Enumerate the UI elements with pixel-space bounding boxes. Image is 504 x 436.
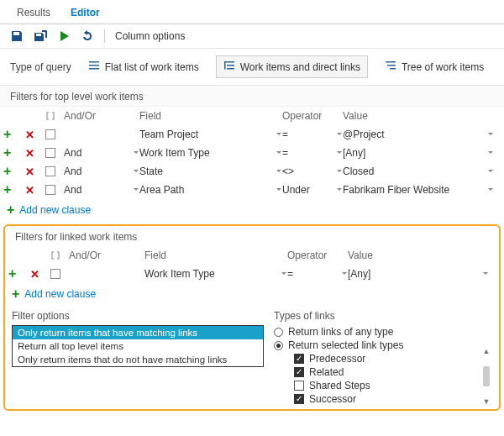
svg-rect-1 (89, 65, 99, 66)
checkbox-icon[interactable] (294, 367, 304, 377)
clause-row: +✕AndState<>Closed (0, 162, 504, 181)
value-dropdown[interactable]: [Any] (348, 268, 482, 280)
col-value-linked: Value (348, 250, 482, 261)
col-andor-linked: And/Or (69, 250, 144, 261)
delete-clause-icon[interactable]: ✕ (25, 129, 34, 141)
svg-rect-0 (89, 61, 99, 63)
filters-top-grid: And/Or Field Operator Value +✕Team Proje… (0, 107, 504, 223)
clause-checkbox[interactable] (45, 129, 55, 139)
filter-option-item[interactable]: Only return items that have matching lin… (13, 326, 263, 339)
insert-clause-icon[interactable]: + (3, 145, 11, 160)
value-dropdown[interactable]: Fabrikam Fiber Website (343, 184, 487, 196)
svg-rect-5 (227, 68, 234, 70)
operator-dropdown[interactable]: = (282, 129, 343, 140)
insert-clause-icon[interactable]: + (3, 127, 11, 142)
query-type-flat[interactable]: Flat list of work items (81, 56, 206, 77)
links-any-radio[interactable]: Return links of any type (274, 325, 492, 339)
save-copy-icon[interactable] (34, 29, 47, 43)
clause-row: +✕AndArea PathUnderFabrikam Fiber Websit… (0, 181, 504, 199)
clause-checkbox[interactable] (45, 166, 55, 176)
query-type-tree[interactable]: Tree of work items (378, 56, 491, 77)
clause-checkbox[interactable] (50, 269, 60, 279)
svg-rect-7 (386, 61, 396, 63)
radio-icon (274, 341, 283, 350)
add-clause-linked[interactable]: Add new clause (24, 288, 96, 300)
checkbox-icon[interactable] (294, 394, 304, 404)
link-type-item[interactable]: Successor (294, 392, 492, 406)
operator-dropdown[interactable]: Under (282, 184, 343, 196)
col-operator: Operator (282, 110, 343, 122)
field-dropdown[interactable]: Work Item Type (144, 268, 287, 280)
svg-rect-8 (387, 65, 396, 66)
checkbox-icon[interactable] (294, 381, 304, 391)
flat-list-icon (88, 60, 100, 74)
filters-linked-header: Filters for linked work items (5, 226, 499, 246)
value-dropdown[interactable]: @Project (343, 129, 487, 140)
value-dropdown[interactable]: Closed (343, 165, 487, 177)
clause-checkbox[interactable] (45, 148, 55, 158)
toolbar-divider (104, 29, 105, 43)
link-types-scrollbar[interactable]: ▲ ▼ (480, 347, 492, 406)
links-any-label: Return links of any type (288, 326, 393, 338)
operator-dropdown[interactable]: = (287, 268, 348, 280)
group-icon (45, 112, 64, 120)
insert-clause-icon[interactable]: + (8, 266, 16, 281)
filters-top-header: Filters for top level work items (0, 86, 504, 107)
value-dropdown[interactable]: [Any] (343, 147, 487, 159)
query-type-tree-label: Tree of work items (402, 61, 484, 73)
add-clause-linked-icon[interactable]: + (12, 286, 19, 302)
tab-editor[interactable]: Editor (60, 0, 110, 24)
query-type-flat-label: Flat list of work items (105, 61, 199, 73)
query-type-direct-label: Work items and direct links (240, 61, 360, 73)
andor-dropdown[interactable]: And (64, 165, 139, 177)
delete-clause-icon[interactable]: ✕ (25, 147, 34, 160)
filter-option-item[interactable]: Only return items that do not have match… (13, 353, 263, 366)
andor-dropdown[interactable]: And (64, 184, 139, 196)
revert-icon[interactable] (81, 29, 94, 43)
field-dropdown[interactable]: Work Item Type (139, 147, 282, 159)
insert-clause-icon[interactable]: + (3, 182, 11, 197)
insert-clause-icon[interactable]: + (3, 164, 11, 179)
delete-clause-icon[interactable]: ✕ (25, 165, 34, 178)
filters-linked-grid: And/Or Field Operator Value +✕Work Item … (5, 246, 499, 307)
delete-clause-icon[interactable]: ✕ (25, 184, 34, 197)
filter-options-listbox[interactable]: Only return items that have matching lin… (12, 325, 264, 367)
scroll-thumb[interactable] (483, 366, 490, 386)
clause-checkbox[interactable] (45, 185, 55, 195)
filters-top-head: And/Or Field Operator Value (0, 107, 504, 125)
link-type-label: Shared Steps (309, 380, 370, 391)
tree-icon (385, 60, 396, 74)
col-operator-linked: Operator (287, 250, 348, 261)
field-dropdown[interactable]: Area Path (139, 184, 282, 196)
query-type-row: Type of query Flat list of work items Wo… (0, 49, 504, 86)
add-clause-top[interactable]: Add new clause (19, 204, 91, 216)
link-type-label: Related (309, 366, 344, 378)
col-andor: And/Or (64, 110, 139, 122)
save-icon[interactable] (10, 29, 24, 43)
operator-dropdown[interactable]: = (282, 147, 343, 159)
svg-rect-4 (227, 65, 234, 66)
query-type-direct[interactable]: Work items and direct links (216, 55, 368, 78)
run-icon[interactable] (57, 29, 71, 43)
links-selected-radio[interactable]: Return selected link types (274, 339, 492, 352)
link-type-item[interactable]: Shared Steps (294, 379, 492, 392)
clause-row: +✕Work Item Type=[Any] (5, 265, 499, 283)
delete-clause-icon[interactable]: ✕ (30, 268, 39, 281)
scroll-up-icon[interactable]: ▲ (483, 347, 491, 355)
link-type-item[interactable]: Predecessor (294, 352, 492, 365)
tab-results[interactable]: Results (7, 0, 60, 24)
filter-options-header: Filter options (12, 310, 264, 322)
field-dropdown[interactable]: Team Project (139, 129, 282, 140)
add-clause-icon[interactable]: + (7, 202, 14, 218)
column-options-button[interactable]: Column options (115, 30, 185, 42)
link-type-item[interactable]: Related (294, 365, 492, 379)
direct-links-icon (223, 60, 235, 74)
filter-option-item[interactable]: Return all top level items (13, 339, 263, 353)
andor-dropdown[interactable]: And (64, 147, 139, 159)
scroll-down-icon[interactable]: ▼ (483, 397, 491, 406)
col-value: Value (343, 110, 487, 122)
operator-dropdown[interactable]: <> (282, 165, 343, 177)
checkbox-icon[interactable] (294, 354, 304, 364)
field-dropdown[interactable]: State (139, 165, 282, 177)
svg-rect-9 (390, 68, 396, 70)
